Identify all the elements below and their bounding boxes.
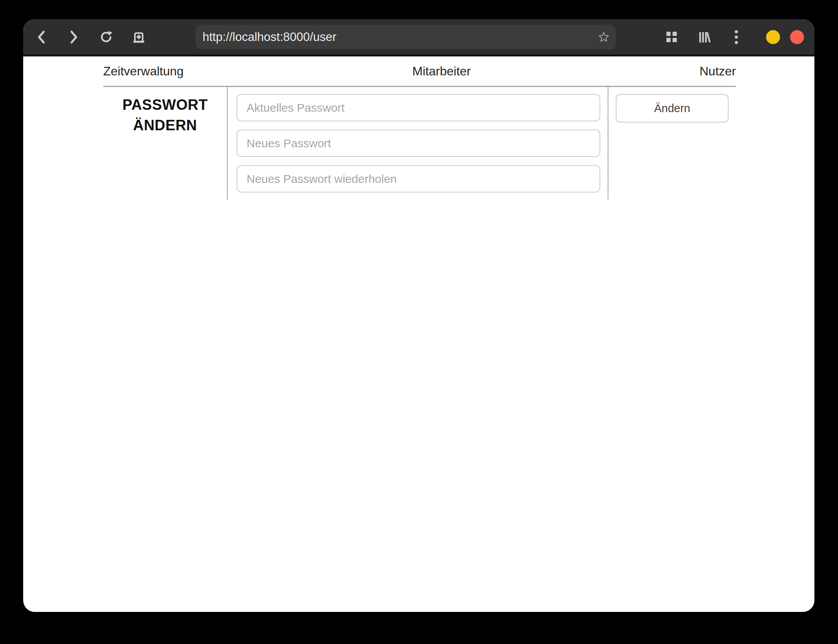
change-password-button[interactable]: Ändern [616,94,729,123]
new-tab-button[interactable] [132,31,145,44]
new-tab-icon [132,31,145,43]
new-password-input[interactable] [237,129,600,157]
library-icon [697,31,710,44]
url-bar[interactable]: http://localhost:8000/user [196,25,616,49]
browser-toolbar: http://localhost:8000/user [23,19,814,56]
tabs-grid-icon [666,32,677,42]
bookmark-button[interactable] [597,31,610,44]
nav-item-mitarbeiter[interactable]: Mitarbeiter [412,64,471,78]
page-content: Zeitverwaltung Mitarbeiter Nutzer PASSWO… [103,56,736,200]
window-controls [766,30,804,44]
section-heading: PASSWORT ÄNDERN [103,87,228,200]
nav-item-zeitverwaltung[interactable]: Zeitverwaltung [103,64,184,78]
bookmark-star-icon [598,31,610,43]
current-password-input[interactable] [237,94,600,121]
password-fields-column [228,87,608,200]
submit-column: Ändern [608,87,736,200]
reload-button[interactable] [100,31,113,44]
nav-button-group [35,31,145,44]
forward-icon [70,30,78,44]
tabs-overview-button[interactable] [665,31,678,44]
back-icon [37,30,46,44]
minimize-button[interactable] [766,30,780,44]
close-button[interactable] [790,30,804,44]
forward-button[interactable] [67,31,80,44]
site-nav: Zeitverwaltung Mitarbeiter Nutzer [103,56,736,87]
nav-item-nutzer[interactable]: Nutzer [700,64,736,78]
reload-icon [100,30,113,44]
browser-window: http://localhost:8000/user [23,19,814,612]
password-change-section: PASSWORT ÄNDERN Ändern [103,87,736,200]
kebab-menu-icon [735,30,738,44]
repeat-password-input[interactable] [237,165,600,193]
back-button[interactable] [35,31,48,44]
toolbar-right-group [665,31,743,44]
library-button[interactable] [697,31,710,44]
menu-button[interactable] [730,31,743,44]
url-text[interactable]: http://localhost:8000/user [203,30,597,44]
